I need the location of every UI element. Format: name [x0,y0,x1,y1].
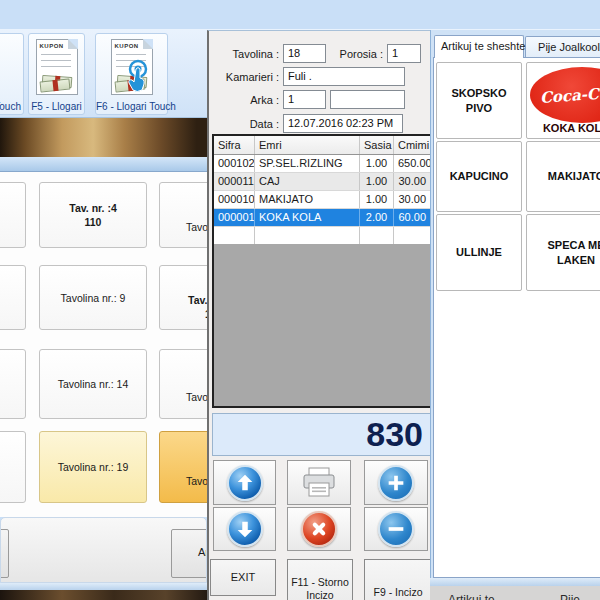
touch-hand-icon [122,58,156,96]
table-row[interactable]: 000102 SP.SEL.RIZLING 1.00 650.00 [214,155,430,173]
photo-banner [0,118,207,157]
product-button-skopsko-pivo[interactable]: SKOPSKO PIVO [436,62,522,139]
divider-strip [0,583,207,590]
toolbar-button-f6-llogari-touch[interactable]: KUPON F6 - Llogari Touch [95,33,168,115]
table-button-tav-14[interactable]: Tavolina nr.: 14 [39,349,147,419]
table-button-partial[interactable] [0,349,26,419]
left-bottom-bar: Ar [0,517,207,583]
clipped-bottom-tabs: Artikuj te Pije [430,586,600,600]
table-row[interactable]: 000010 MAKIJATO 1.00 30.00 [214,191,430,209]
tavolina-field[interactable]: 18 [283,44,326,63]
exit-button[interactable]: EXIT [210,559,276,596]
table-empty-row [214,227,430,244]
porosia-field[interactable]: 1 [387,44,421,63]
kupon-invoice-icon: KUPON [36,39,78,95]
table-button-clipped[interactable]: Tavoli [159,349,207,419]
print-button[interactable] [287,460,351,505]
divider-strip [0,157,207,172]
table-row[interactable]: 000011 CAJ 1.00 30.00 [214,173,430,191]
plus-icon [378,465,414,501]
kupon-invoice-icon: KUPON [111,39,153,95]
table-button-clipped[interactable]: Tavoli [159,431,207,503]
bottom-bar-button-partial[interactable] [0,529,9,578]
product-button-ullinje[interactable]: ULLINJE [436,214,522,291]
toolbar-button-touch-partial[interactable]: Touch [0,33,24,115]
table-button-partial[interactable] [0,265,26,330]
header-sasia: Sasia [360,136,394,154]
table-button-clipped[interactable]: Tavol [159,182,207,248]
toolbar-button-f5-llogari[interactable]: KUPON F5 - Llogari [28,33,85,115]
move-up-button[interactable] [213,460,276,505]
arka-field[interactable]: 1 [283,90,326,109]
toolbar-button-label: F5 - Llogari [29,101,84,112]
toolbar-button-label: F6 - Llogari Touch [96,101,167,112]
product-button-makijato[interactable]: MAKIJATO [526,141,600,212]
move-down-button[interactable] [213,507,276,551]
clipped-tab-label: Artikuj te [448,593,495,600]
pos-screen: Touch KUPON F5 - Llogari KUPON [0,0,600,600]
table-button-tav-4[interactable]: Tav. nr. :4 110 [39,182,147,248]
table-button-partial[interactable] [0,182,26,248]
kamarieri-label: Kamarieri : [209,68,279,86]
window-top-strip [0,0,600,30]
desktop-background-strip [0,590,207,600]
porosia-label: Porosia : [335,45,383,63]
cancel-x-icon [301,511,337,547]
tab-artikuj-te-sheshte[interactable]: Artikuj te sheshte [434,35,524,58]
f9-incizo-button[interactable]: F9 - Incizo [364,559,432,600]
printer-icon [300,466,338,500]
products-panel: Artikuj te sheshte Pije Joalkoolike SKOP… [430,30,600,578]
table-button-clipped[interactable]: Tav. 1 [159,265,207,330]
data-label: Data : [209,115,279,133]
header-sifra: Sifra [214,136,255,154]
tables-grid: Tav. nr. :4 110 Tavol Tavolina nr.: 9 Ta… [0,172,207,517]
order-panel: Tavolina : 18 Porosia : 1 Kamarieri : Fu… [207,30,432,600]
table-button-tav-9[interactable]: Tavolina nr.: 9 [39,265,147,330]
add-item-button[interactable] [364,460,428,505]
products-grid: SKOPSKO PIVO Coca-Cola KOKA KOLA KAPUCIN… [433,57,600,578]
arka-extra-field[interactable] [330,90,405,109]
minus-icon [378,511,414,547]
header-emri: Emri [255,136,360,154]
kamarieri-field[interactable]: Fuli . [283,67,405,86]
arka-label: Arka : [209,91,279,109]
header-cmimi: Cmimi [394,136,430,154]
tab-pije-joalkoolike[interactable]: Pije Joalkoolike [525,36,600,58]
order-items-table: Sifra Emri Sasia Cmimi 000102 SP.SEL.RIZ… [212,134,432,408]
product-button-speca-me-laken[interactable]: SPECA ME LAKEN [526,214,600,291]
table-header-row: Sifra Emri Sasia Cmimi [214,136,430,155]
table-button-partial[interactable] [0,431,26,503]
table-button-tav-19[interactable]: Tavolina nr.: 19 [39,431,147,503]
arrow-up-icon [227,465,263,501]
table-empty-area [214,244,430,406]
total-display: 830 [212,413,432,456]
money-stack-icon [40,75,72,91]
coca-cola-logo: Coca-Cola [530,67,600,123]
product-button-kapucino[interactable]: KAPUCINO [436,141,522,212]
divider-strip [430,578,600,586]
bottom-bar-button-partial[interactable]: Ar [171,529,207,578]
remove-item-button[interactable] [364,507,428,551]
arrow-down-icon [227,511,263,547]
cancel-item-button[interactable] [287,507,351,551]
ribbon-toolbar: Touch KUPON F5 - Llogari KUPON [0,30,207,118]
table-row-selected[interactable]: 000001 KOKA KOLA 2.00 60.00 [214,209,430,227]
tavolina-label: Tavolina : [209,45,279,63]
clipped-tab-label: Pije [560,593,580,600]
toolbar-button-label: Touch [0,101,23,112]
f11-storno-button[interactable]: F11 - Storno Incizo [287,559,353,600]
data-field[interactable]: 12.07.2016 02:23 PM [283,114,403,133]
product-button-koka-kola[interactable]: Coca-Cola KOKA KOLA [526,62,600,139]
